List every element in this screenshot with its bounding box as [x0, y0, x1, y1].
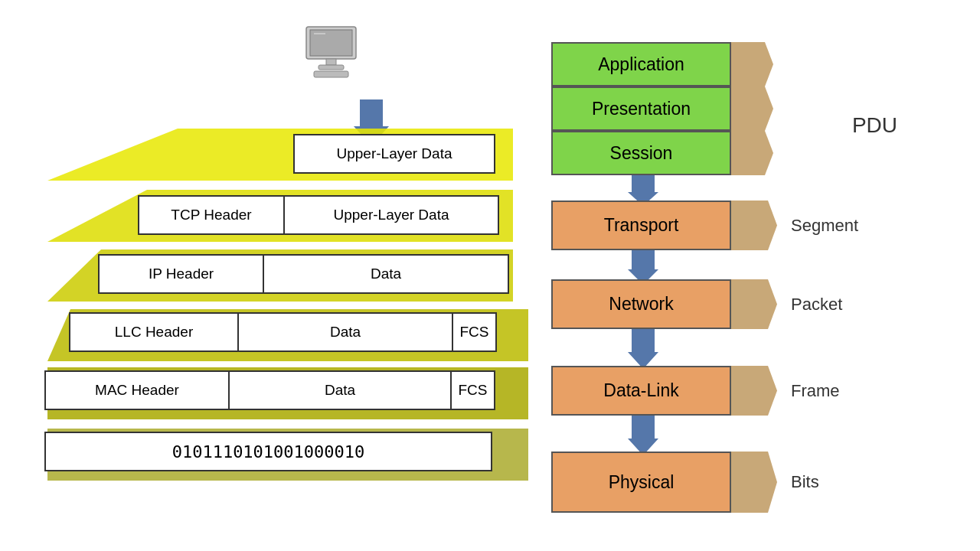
svg-marker-15: [628, 329, 658, 369]
datalink-arrow: [731, 366, 777, 416]
cell-fcs-5: FCS: [452, 372, 494, 409]
row-mac: MAC Header Data FCS: [44, 370, 495, 410]
cell-upper-layer-data-2: Upper-Layer Data: [285, 197, 498, 233]
network-box: Network: [551, 279, 731, 329]
row-llc: LLC Header Data FCS: [69, 312, 497, 352]
transport-arrow: [731, 201, 777, 250]
pdu-label: PDU: [852, 113, 897, 138]
physical-box: Physical: [551, 452, 731, 513]
segment-label: Segment: [791, 216, 858, 236]
cell-tcp-header: TCP Header: [139, 197, 285, 233]
transport-label: Transport: [604, 215, 679, 236]
frame-label: Frame: [791, 381, 840, 401]
arrow-down-3: [628, 329, 658, 369]
row-ip: IP Header Data: [98, 254, 509, 294]
layer-physical: Physical Bits: [551, 452, 819, 513]
cell-upper-layer-data: Upper-Layer Data: [295, 135, 494, 172]
row-binary: 0101110101001000010: [44, 432, 492, 471]
layer-network: Network Packet: [551, 279, 842, 329]
cell-llc-header: LLC Header: [70, 314, 239, 350]
presentation-box: Presentation: [551, 86, 731, 131]
cell-data-4: Data: [239, 314, 453, 350]
svg-rect-2: [326, 59, 336, 65]
layer-application: Application: [551, 42, 773, 86]
bits-label: Bits: [791, 472, 819, 492]
application-arrow: [731, 42, 773, 86]
computer-icon: [299, 23, 364, 83]
physical-arrow: [731, 452, 777, 513]
svg-rect-3: [318, 65, 344, 70]
session-arrow: [731, 131, 773, 175]
layer-session: Session: [551, 131, 773, 175]
datalink-label: Data-Link: [603, 380, 678, 401]
layer-datalink: Data-Link Frame: [551, 366, 840, 416]
layer-transport: Transport Segment: [551, 201, 858, 250]
computer-svg: [299, 23, 364, 80]
layer-presentation: Presentation: [551, 86, 773, 131]
application-label: Application: [598, 54, 684, 75]
arrow-down-4: [628, 416, 658, 455]
svg-marker-16: [628, 416, 658, 455]
transport-box: Transport: [551, 201, 731, 250]
network-arrow: [731, 279, 777, 329]
cell-mac-header: MAC Header: [46, 372, 230, 409]
physical-label: Physical: [609, 472, 675, 493]
presentation-label: Presentation: [592, 99, 691, 119]
row-upper-layer: Upper-Layer Data: [293, 134, 495, 174]
svg-rect-5: [314, 71, 348, 77]
session-label: Session: [610, 143, 673, 164]
network-label: Network: [609, 294, 673, 315]
cell-fcs-4: FCS: [453, 314, 495, 350]
cell-ip-header: IP Header: [100, 256, 264, 292]
binary-text: 0101110101001000010: [172, 442, 365, 461]
datalink-box: Data-Link: [551, 366, 731, 416]
session-box: Session: [551, 131, 731, 175]
presentation-arrow: [731, 86, 773, 131]
row-tcp: TCP Header Upper-Layer Data: [138, 195, 499, 235]
cell-data-5: Data: [230, 372, 452, 409]
packet-label: Packet: [791, 295, 842, 315]
application-box: Application: [551, 42, 731, 86]
cell-data-3: Data: [264, 256, 508, 292]
